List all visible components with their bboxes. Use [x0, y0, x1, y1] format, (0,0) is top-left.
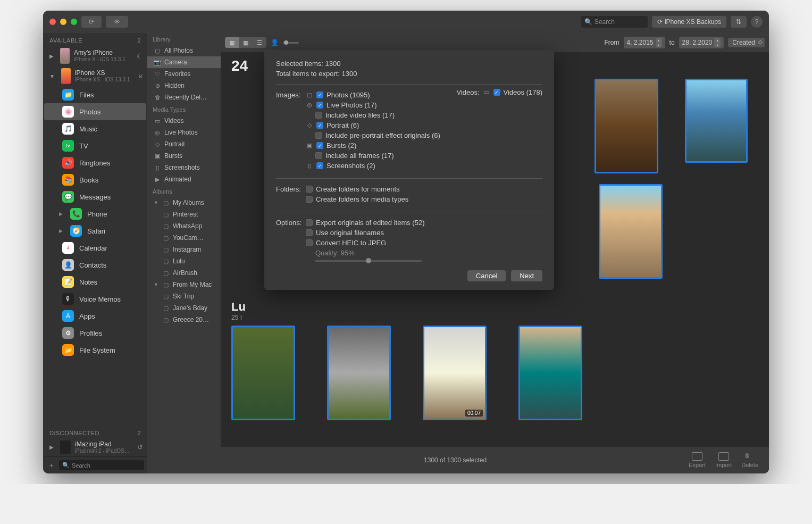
sidebar-item-notes[interactable]: 📝Notes — [44, 273, 146, 290]
refresh-button[interactable]: ⟳ — [81, 16, 102, 28]
footer-bar: 1300 of 1300 selected Export Import 🗑Del… — [221, 447, 769, 473]
disclosure-icon[interactable]: ▶ — [47, 444, 56, 450]
album-airbrush[interactable]: ▢AirBrush — [147, 267, 221, 279]
help-button[interactable]: ? — [751, 16, 763, 28]
photos-checkbox[interactable]: ✓ — [316, 92, 323, 98]
sidebar-item-photos[interactable]: 🌸Photos — [44, 103, 146, 120]
videos-checkbox[interactable]: ✓ — [493, 89, 500, 96]
library-recently-deleted[interactable]: 🗑Recently Del… — [147, 92, 221, 103]
create-folders-moments-checkbox[interactable] — [306, 186, 313, 193]
sidebar-item-phone[interactable]: ▶📞Phone — [44, 205, 146, 222]
add-device-button[interactable]: ＋ — [46, 461, 56, 470]
album-whatsapp[interactable]: ▢WhatsApp — [147, 220, 221, 232]
album-my-albums[interactable]: ▼▢My Albums — [147, 197, 221, 209]
device-imazing-ipad[interactable]: ▶ iMazing iPad iPad mini 2 - iPadOS… ↺ — [43, 438, 147, 456]
global-search[interactable]: 🔍 Search — [581, 16, 648, 28]
sidebar-item-apps[interactable]: AApps — [44, 307, 146, 325]
disclosure-icon[interactable]: ▶ — [57, 211, 65, 217]
zoom-window-button[interactable] — [71, 19, 77, 25]
date-from-input[interactable]: 4. 2.2015▴▾ — [624, 37, 665, 48]
quality-slider[interactable] — [315, 260, 422, 262]
photo-thumb[interactable] — [595, 79, 658, 173]
portrait-checkbox[interactable]: ✓ — [316, 122, 323, 129]
photo-thumb[interactable] — [518, 326, 582, 420]
album-instagram[interactable]: ▢Instagram — [147, 244, 221, 255]
device-search[interactable]: 🔍 Search — [59, 460, 144, 470]
create-folders-types-checkbox[interactable] — [306, 196, 313, 203]
album-lulu[interactable]: ▢Lulu — [147, 255, 221, 267]
media-screenshots[interactable]: ▯Screenshots — [147, 162, 221, 173]
sidebar-item-voice-memos[interactable]: 🎙Voice Memos — [44, 290, 146, 307]
sidebar-item-file-system[interactable]: 📂File System — [44, 342, 146, 359]
disclosure-icon[interactable]: ▼ — [47, 73, 57, 79]
thumbnail-size-slider[interactable] — [283, 42, 299, 44]
album-youcam[interactable]: ▢YouCam… — [147, 232, 221, 244]
media-animated[interactable]: ▶Animated — [147, 173, 221, 185]
library-camera[interactable]: 📷Camera — [147, 56, 221, 68]
include-all-frames-checkbox[interactable] — [315, 152, 322, 159]
sidebar-item-profiles[interactable]: ⚙Profiles — [44, 325, 146, 342]
sidebar-item-contacts[interactable]: 👤Contacts — [44, 256, 146, 273]
transfer-button[interactable]: ⇅ — [731, 16, 747, 28]
include-portrait-originals-checkbox[interactable] — [315, 132, 322, 139]
view-grid-large[interactable]: ▦ — [225, 37, 239, 48]
albums-hdr: Albums — [147, 185, 221, 197]
bursts-checkbox[interactable]: ✓ — [316, 142, 323, 149]
import-button[interactable]: Import — [715, 452, 732, 468]
sidebar-item-files[interactable]: 📁Files — [44, 86, 146, 103]
minimize-window-button[interactable] — [60, 19, 66, 25]
cancel-button[interactable]: Cancel — [467, 270, 506, 281]
device-amys-iphone[interactable]: ▶ Amy's iPhone iPhone X - iOS 13.3.1 ☾ — [43, 46, 147, 66]
export-originals-checkbox[interactable] — [306, 219, 313, 226]
photo-thumb[interactable] — [231, 326, 295, 420]
photo-thumb[interactable] — [327, 326, 391, 420]
photo-thumb[interactable] — [685, 79, 748, 163]
media-live-photos[interactable]: ◎Live Photos — [147, 127, 221, 138]
media-portrait[interactable]: ◇Portrait — [147, 138, 221, 150]
delete-button[interactable]: 🗑Delete — [741, 452, 758, 468]
sidebar-item-music[interactable]: 🎵Music — [44, 120, 146, 137]
view-list[interactable]: ☰ — [253, 37, 266, 48]
album-ski-trip[interactable]: ▢Ski Trip — [147, 290, 221, 302]
person-icon[interactable]: 👤 — [271, 39, 279, 46]
screenshots-checkbox[interactable]: ✓ — [316, 162, 323, 169]
stepper-icon[interactable]: ▴▾ — [714, 38, 721, 47]
stepper-icon[interactable]: ▴▾ — [656, 38, 662, 47]
sidebar-item-messages[interactable]: 💬Messages — [44, 188, 146, 205]
library-all-photos[interactable]: ▢All Photos — [147, 45, 221, 56]
profiles-icon: ⚙ — [62, 327, 74, 339]
sort-select[interactable]: Created — [728, 38, 765, 47]
export-button[interactable]: Export — [689, 452, 706, 468]
disclosure-icon[interactable]: ▼ — [154, 200, 159, 205]
date-to-input[interactable]: 28. 2.2020▴▾ — [679, 37, 724, 48]
preview-button[interactable]: 👁 — [106, 16, 128, 28]
sidebar-item-ringtones[interactable]: 🔊Ringtones — [44, 154, 146, 171]
sidebar-item-books[interactable]: 📚Books — [44, 171, 146, 188]
convert-heic-checkbox[interactable] — [306, 239, 313, 246]
library-hidden[interactable]: ⊘Hidden — [147, 80, 221, 92]
album-pinterest[interactable]: ▢Pinterest — [147, 209, 221, 220]
sidebar-item-calendar[interactable]: 4Calendar — [44, 239, 146, 256]
sidebar-item-safari[interactable]: ▶🧭Safari — [44, 222, 146, 239]
disclosure-icon[interactable]: ▼ — [154, 282, 159, 287]
include-video-files-checkbox[interactable] — [315, 112, 322, 119]
disclosure-icon[interactable]: ▶ — [57, 228, 65, 234]
live-photos-checkbox[interactable]: ✓ — [316, 102, 323, 109]
media-videos[interactable]: ▭Videos — [147, 115, 221, 127]
media-bursts[interactable]: ▣Bursts — [147, 150, 221, 162]
disclosure-icon[interactable]: ▶ — [47, 53, 56, 59]
library-favorites[interactable]: ♡Favorites — [147, 68, 221, 80]
close-window-button[interactable] — [49, 19, 56, 25]
photo-thumb[interactable]: 00:07 — [423, 326, 487, 420]
album-greece[interactable]: ▢Greece 20… — [147, 314, 221, 326]
use-original-filenames-checkbox[interactable] — [306, 229, 313, 236]
photo-thumb[interactable] — [599, 184, 663, 279]
view-grid-small[interactable]: ▦ — [239, 37, 253, 48]
sidebar-item-tv[interactable]: tvTV — [44, 137, 146, 154]
next-button[interactable]: Next — [511, 270, 542, 281]
device-iphone-xs[interactable]: ▼ iPhone XS iPhone XS - iOS 13.3.1 ⊍ — [43, 66, 147, 86]
notes-icon: 📝 — [62, 276, 74, 288]
backups-button[interactable]: ⟳ iPhone XS Backups — [652, 16, 726, 28]
album-from-my-mac[interactable]: ▼▢From My Mac — [147, 279, 221, 290]
album-janes-bday[interactable]: ▢Jane's Bday — [147, 302, 221, 314]
